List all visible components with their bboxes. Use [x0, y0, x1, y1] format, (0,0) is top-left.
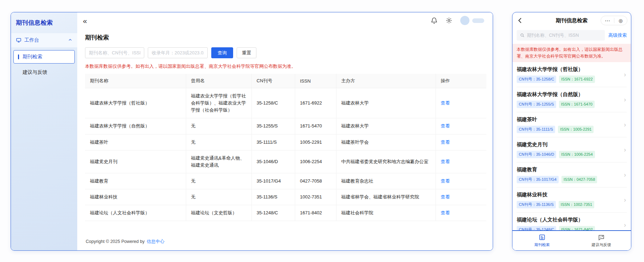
action-cell: 查看	[436, 150, 486, 173]
info-center-link[interactable]: 信息中心	[147, 239, 164, 244]
sidebar-item-journal-search[interactable]: 期刊检索	[13, 50, 75, 64]
issn-badge: ISSN：1671-6922	[559, 76, 595, 83]
view-link[interactable]: 查看	[441, 210, 450, 215]
issn-cell: 1671-8402	[295, 205, 336, 221]
former-name-cell: 无	[186, 189, 251, 205]
journal-list-item[interactable]: 福建农林大学学报（自然版）CN刊号：35-1255/SISSN：1671-547…	[517, 87, 627, 112]
chevron-right-icon: ›	[624, 221, 626, 229]
cn-number-cell: 35-1255/S	[251, 118, 295, 134]
more-icon[interactable]: ⋯	[601, 18, 614, 23]
cn-badge: CN刊号：35-1258/C	[517, 76, 556, 83]
cn-number-cell: 35-1136/S	[251, 189, 295, 205]
journal-title: 福建论坛（人文社会科学版）	[517, 216, 621, 223]
chevron-right-icon: ›	[624, 121, 626, 129]
mobile-header: 期刊信息检索 ⋯ ◎	[512, 12, 631, 29]
query-button[interactable]: 查询	[211, 47, 233, 58]
footer: Copyright © 2025 Powered by信息中心	[85, 234, 485, 246]
advanced-search-link[interactable]: 高级搜索	[608, 32, 627, 38]
action-cell: 查看	[436, 189, 486, 205]
journal-title: 福建茶叶	[517, 116, 621, 123]
sidebar-group-workbench[interactable]: 工作台	[11, 33, 77, 47]
tab-feedback[interactable]: 建议与反馈	[572, 231, 631, 250]
journal-list-item[interactable]: 福建党史月刊CN刊号：35-1046/DISSN：1006-2254›	[517, 137, 627, 162]
reset-button[interactable]: 重置	[237, 47, 256, 58]
search-form: 查询 重置	[85, 47, 485, 58]
issn-badge: ISSN：1671-5470	[559, 101, 595, 108]
col-cn-number: CN刊号	[251, 74, 295, 88]
badges-row: CN刊号：35-1255/SISSN：1671-5470	[517, 101, 621, 108]
former-name-cell: 福建论坛（文史哲版）	[186, 205, 251, 221]
journal-list-item[interactable]: 福建教育CN刊号：35-1017/G4ISSN：0427-7058›	[517, 162, 627, 187]
period-input[interactable]	[148, 47, 208, 58]
former-name-cell: 无	[186, 134, 251, 150]
sponsor-cell: 福建教育杂志社	[336, 173, 436, 189]
mobile-search-input[interactable]: 期刊名称、CN刊号、ISSN	[517, 30, 605, 41]
mobile-journal-list: 福建农林大学学报（哲社版）CN刊号：35-1258/CISSN：1671-692…	[512, 62, 631, 230]
sidebar-collapse-icon[interactable]: «	[83, 17, 87, 24]
cn-badge: CN刊号：35-1046/D	[517, 151, 556, 158]
sidebar-item-feedback[interactable]: 建议与反馈	[11, 66, 77, 79]
view-link[interactable]: 查看	[441, 123, 450, 129]
view-link[interactable]: 查看	[441, 178, 450, 184]
cn-number-cell: 35-1046/D	[251, 150, 295, 173]
table-row: 福建林业科技无35-1136/S1002-7351福建省林学会、福建省林业科学研…	[85, 189, 486, 205]
view-link[interactable]: 查看	[441, 100, 450, 106]
badges-row: CN刊号：35-1046/DISSN：1006-2254	[517, 151, 621, 158]
table-row: 福建论坛（人文社会科学版）福建论坛（文史哲版）35-1248/C1671-840…	[85, 205, 486, 221]
avatar	[460, 16, 469, 25]
journal-list-item[interactable]: 福建论坛（人文社会科学版）CN刊号：35-1248/CISSN：1671-840…	[517, 213, 627, 230]
table-row: 福建农林大学学报（自然版）无35-1255/S1671-5470福建农林大学查看	[85, 118, 486, 134]
badges-row: CN刊号：35-1248/CISSN：1671-8402	[517, 226, 621, 230]
sponsor-cell: 福建茶叶学会	[336, 134, 436, 150]
table-row: 福建党史月刊福建党史通讯&革命人物、福建党史通讯35-1046/D1006-22…	[85, 150, 486, 173]
sidebar: 期刊信息检索 工作台 期刊检索 建议与反馈	[11, 12, 77, 250]
former-name-cell: 福建农业大学学报（哲学社会科学版）、福建农业大学学报（社会科学版）	[186, 88, 251, 118]
table-row: 福建教育无35-1017/G40427-7058福建教育杂志社查看	[85, 173, 486, 189]
view-link[interactable]: 查看	[441, 194, 450, 200]
back-icon[interactable]	[517, 17, 524, 24]
journal-title: 福建党史月刊	[517, 141, 621, 148]
journal-keyword-input[interactable]	[85, 47, 144, 58]
journal-list-item[interactable]: 福建林业科技CN刊号：35-1136/SISSN：1002-7351›	[517, 187, 627, 213]
mobile-page-title: 期刊信息检索	[556, 17, 588, 24]
issn-badge: ISSN：1671-8402	[559, 226, 595, 230]
cn-badge: CN刊号：35-1136/S	[517, 201, 556, 208]
page-title: 期刊检索	[85, 34, 485, 42]
bell-icon[interactable]	[431, 17, 438, 24]
tab-label: 期刊检索	[534, 242, 550, 248]
mobile-app-window: 期刊信息检索 ⋯ ◎ 期刊名称、CN刊号、ISSN 高级搜索 本数据库数据仅供参…	[512, 12, 631, 251]
issn-badge: ISSN：1005-2291	[558, 126, 594, 133]
table-row: 福建茶叶无35-1111/S1005-2291福建茶叶学会查看	[85, 134, 486, 150]
miniprogram-capsule: ⋯ ◎	[601, 16, 627, 25]
screenshot-root: 期刊信息检索 工作台 期刊检索 建议与反馈 «	[0, 0, 644, 262]
action-cell: 查看	[436, 205, 486, 221]
sidebar-item-label: 建议与反馈	[23, 69, 47, 76]
journal-list-item[interactable]: 福建茶叶CN刊号：35-1111/SISSN：1005-2291›	[517, 112, 627, 137]
user-menu[interactable]	[460, 16, 484, 25]
journal-list-item[interactable]: 福建农林大学学报（哲社版）CN刊号：35-1258/CISSN：1671-692…	[517, 62, 627, 87]
issn-cell: 0427-7058	[295, 173, 336, 189]
col-actions: 操作	[436, 74, 486, 88]
app-title: 期刊信息检索	[11, 12, 77, 31]
chevron-up-icon	[68, 37, 72, 43]
sidebar-item-label: 期刊检索	[23, 54, 42, 60]
table-row: 福建农林大学学报（哲社版）福建农业大学学报（哲学社会科学版）、福建农业大学学报（…	[85, 88, 486, 118]
view-link[interactable]: 查看	[441, 139, 450, 145]
cn-badge: CN刊号：35-1111/S	[517, 126, 555, 133]
cn-number-cell: 35-1258/C	[251, 88, 295, 118]
content-area: 期刊检索 查询 重置 本数据库数据仅供参考。如有出入，请以国家新闻出版总署、南京…	[77, 29, 493, 250]
minimize-icon[interactable]: ◎	[614, 18, 627, 23]
mobile-data-disclaimer: 本数据库数据仅供参考。如有出入，请以国家新闻出版总署、南京大学社会科学院等官网公…	[512, 44, 631, 62]
user-name-blurred	[472, 18, 484, 23]
cn-badge: CN刊号：35-1255/S	[517, 101, 556, 108]
journal-name-cell: 福建党史月刊	[85, 150, 186, 173]
badges-row: CN刊号：35-1111/SISSN：1005-2291	[517, 126, 621, 133]
topbar-right	[431, 16, 484, 25]
gear-icon[interactable]	[445, 17, 452, 24]
view-link[interactable]: 查看	[441, 159, 450, 164]
badges-row: CN刊号：35-1258/CISSN：1671-6922	[517, 76, 621, 83]
action-cell: 查看	[436, 173, 486, 189]
issn-cell: 1005-2291	[295, 134, 336, 150]
journal-title: 福建教育	[517, 166, 621, 173]
tab-journal-search[interactable]: 期刊检索	[512, 231, 572, 250]
